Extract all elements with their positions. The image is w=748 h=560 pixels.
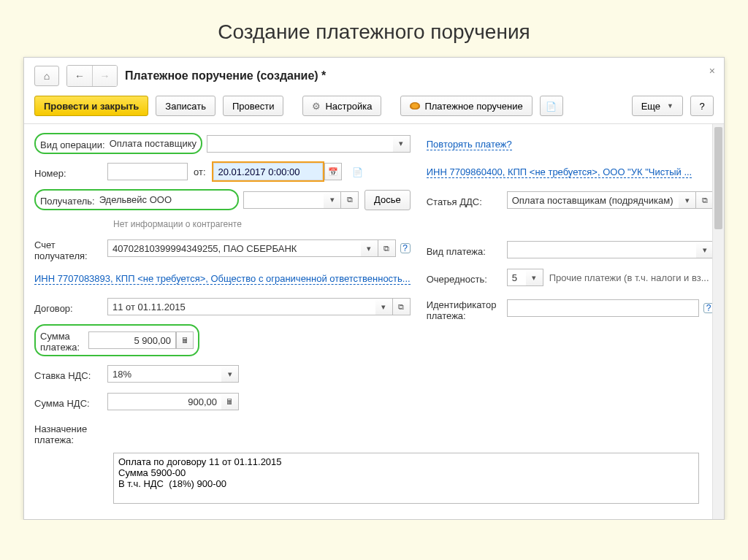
recipient-label: Получатель: — [40, 193, 95, 207]
scroll-thumb[interactable] — [714, 127, 722, 229]
post-button[interactable]: Провести — [223, 96, 284, 116]
purpose-field[interactable] — [113, 453, 699, 504]
priority-label: Очередность: — [427, 271, 507, 285]
open-icon — [347, 195, 353, 204]
save-button[interactable]: Записать — [156, 96, 215, 116]
payment-type-dropdown[interactable]: ▾ — [696, 241, 714, 258]
dds-open[interactable] — [696, 191, 714, 209]
more-label: Еще — [641, 101, 660, 112]
calendar-button[interactable] — [324, 163, 342, 180]
dds-field[interactable]: Оплата поставщикам (подрядчикам) — [507, 191, 679, 209]
recipient-account-label: Счет получателя: — [34, 235, 107, 261]
gear-icon — [312, 101, 321, 112]
chevron-down-icon: ▼ — [667, 102, 673, 110]
identifier-label: Идентификатор платежа: — [427, 295, 507, 321]
calculator-icon — [181, 336, 189, 345]
help-button[interactable]: ? — [690, 96, 714, 116]
payment-type-field[interactable] — [507, 241, 696, 258]
nav-history: ← → — [66, 65, 118, 87]
identifier-field[interactable] — [507, 299, 699, 317]
priority-field[interactable]: 5 — [507, 269, 526, 286]
payment-order-label: Платежное поручение — [424, 101, 522, 112]
open-icon — [398, 302, 404, 312]
priority-description: Прочие платежи (в т.ч. налоги и вз... — [549, 272, 709, 283]
operation-type-highlight: Вид операции: Оплата поставщику — [34, 133, 202, 154]
hat-icon — [410, 102, 420, 110]
recipient-highlight: Получатель: Эдельвейс ООО — [34, 189, 239, 210]
help-hint-icon[interactable]: ? — [400, 243, 411, 253]
scrollbar[interactable] — [712, 124, 724, 519]
payer-info-link[interactable]: ИНН 7707083893, КПП <не требуется>, Обще… — [34, 273, 411, 285]
priority-dropdown[interactable]: ▾ — [526, 269, 543, 286]
recipient-field-ext[interactable] — [243, 191, 324, 209]
document-button[interactable] — [540, 96, 563, 116]
amount-field[interactable]: 5 900,00 — [88, 331, 176, 349]
repeat-payment-link[interactable]: Повторять платеж? — [427, 139, 512, 150]
form-title: Платежное поручение (создание) * — [125, 69, 326, 83]
number-label: Номер: — [34, 165, 107, 179]
contract-dropdown[interactable]: ▾ — [375, 298, 393, 315]
slide-title: Создание платежного поручения — [0, 0, 748, 57]
operation-type-value: Оплата поставщику — [110, 138, 196, 149]
operation-type-field[interactable] — [207, 135, 393, 153]
contract-field[interactable]: 11 от 01.11.2015 — [107, 298, 375, 315]
dds-label: Статья ДДС: — [427, 193, 507, 207]
purpose-label: Назначение платежа: — [34, 419, 107, 445]
vat-sum-field[interactable]: 900,00 — [107, 393, 221, 410]
contract-label: Договор: — [34, 300, 107, 314]
recipient-open[interactable] — [341, 191, 359, 209]
amount-highlight: Сумма платежа: 5 900,00 — [34, 324, 199, 356]
note-icon[interactable] — [352, 166, 363, 177]
open-icon — [702, 196, 708, 205]
post-and-close-button[interactable]: Провести и закрыть — [34, 96, 148, 116]
app-window: × ⌂ ← → Платежное поручение (создание) *… — [23, 57, 725, 520]
recipient-account-dropdown[interactable]: ▾ — [361, 239, 378, 257]
contract-open[interactable] — [393, 298, 411, 315]
vat-sum-calc[interactable] — [221, 393, 239, 410]
amount-label: Сумма платежа: — [40, 328, 84, 353]
recipient-account-field[interactable]: 40702810399994349255, ПАО СБЕРБАНК — [107, 239, 361, 257]
vat-sum-label: Сумма НДС: — [34, 395, 107, 409]
document-icon — [546, 101, 557, 112]
settings-button[interactable]: Настройка — [302, 96, 381, 116]
forward-button[interactable]: → — [92, 66, 117, 86]
org-inn-link[interactable]: ИНН 7709860400, КПП <не требуется>, ООО … — [427, 166, 692, 178]
open-icon — [383, 244, 389, 253]
vat-rate-field[interactable]: 18% — [107, 365, 221, 383]
operation-type-dropdown[interactable]: ▾ — [393, 135, 411, 153]
toolbar: Провести и закрыть Записать Провести Нас… — [24, 93, 724, 123]
dossier-button[interactable]: Досье — [365, 190, 411, 210]
settings-label: Настройка — [325, 101, 372, 112]
back-button[interactable]: ← — [67, 66, 92, 86]
operation-type-label: Вид операции: — [40, 137, 105, 150]
more-button[interactable]: Еще ▼ — [632, 96, 683, 116]
from-label: от: — [194, 166, 206, 177]
date-highlight: 20.01.2017 0:00:00 — [212, 161, 324, 182]
calendar-icon — [328, 167, 338, 177]
recipient-dropdown[interactable]: ▾ — [324, 191, 341, 209]
no-counterparty-info: Нет информации о контрагенте — [34, 218, 411, 235]
close-icon[interactable]: × — [709, 65, 715, 77]
payment-type-label: Вид платежа: — [427, 243, 507, 257]
recipient-value: Эдельвейс ООО — [99, 194, 172, 205]
recipient-account-open[interactable] — [378, 239, 396, 257]
dds-dropdown[interactable]: ▾ — [679, 191, 696, 209]
number-field[interactable] — [107, 163, 188, 180]
home-button[interactable]: ⌂ — [34, 66, 59, 86]
calculator-icon — [226, 397, 234, 406]
payment-order-button[interactable]: Платежное поручение — [400, 96, 532, 116]
vat-rate-label: Ставка НДС: — [34, 367, 107, 381]
date-field[interactable]: 20.01.2017 0:00:00 — [213, 163, 323, 180]
amount-calc[interactable] — [176, 331, 194, 349]
vat-rate-dropdown[interactable]: ▾ — [221, 365, 239, 383]
